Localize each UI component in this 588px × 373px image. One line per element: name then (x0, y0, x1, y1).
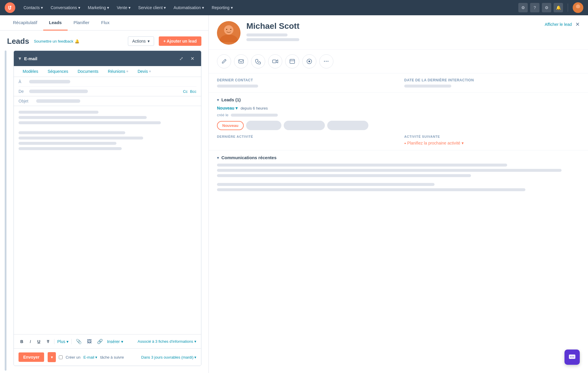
leads-section: ▾ Leads (1) Nouveau ▾ depuis 6 heures cr… (209, 93, 588, 150)
nav-item-contacts[interactable]: Contacts ▾ (20, 3, 46, 12)
tab-flux[interactable]: Flux (95, 15, 115, 31)
subject-value[interactable] (36, 99, 80, 103)
nav-item-reporting[interactable]: Reporting ▾ (208, 3, 236, 12)
email-tab-devis[interactable]: Devis (133, 66, 155, 77)
action-buttons-row: ··· (209, 50, 588, 73)
insert-button[interactable]: Insérer ▾ (107, 339, 123, 344)
svg-point-6 (226, 29, 227, 30)
since-text: depuis 6 heures (240, 106, 268, 110)
created-date-value (231, 114, 278, 117)
created-label: créé le (217, 113, 228, 117)
expand-icon[interactable]: ⤢ (177, 54, 185, 63)
svg-point-15 (572, 357, 573, 357)
dernier-contact-col: Dernier contact (217, 78, 392, 88)
dernier-contact-value (217, 85, 258, 88)
strikethrough-button[interactable]: T (45, 338, 51, 345)
nav-settings-button[interactable]: ⚙ (542, 3, 551, 12)
from-value[interactable] (29, 90, 88, 93)
nav-search-button[interactable]: ⚙ (518, 3, 528, 12)
from-field-row: De Cc Bcc (19, 87, 196, 96)
nav-help-button[interactable]: ? (530, 3, 539, 12)
link-icon[interactable]: 🔗 (96, 337, 104, 345)
collapse-icon[interactable]: ▾ (19, 55, 21, 62)
more-actions-button[interactable]: ··· (319, 54, 333, 68)
nav-item-conversations[interactable]: Conversations ▾ (47, 3, 84, 12)
image-icon[interactable]: 🖼 (86, 338, 93, 345)
status-pill-nouveau[interactable]: Nouveau (217, 121, 244, 130)
email-tab-sequences[interactable]: Séquences (44, 66, 72, 77)
svg-point-3 (576, 4, 580, 9)
status-pill-3[interactable] (284, 121, 325, 130)
svg-point-0 (5, 2, 15, 13)
email-compose-panel: ▾ E-mail ⤢ ✕ Modèles Séquences Documents (14, 51, 201, 366)
comm-line-2 (217, 169, 562, 172)
email-formatting-toolbar: B I U T Plus ▾ 📎 🖼 🔗 Insérer ▾ (14, 334, 201, 348)
nav-item-marketing[interactable]: Marketing ▾ (84, 3, 113, 12)
devis-dot (149, 70, 151, 72)
days-button[interactable]: Dans 3 jours ouvrables (mardi) ▾ (141, 355, 196, 359)
email-button[interactable] (234, 54, 248, 68)
cc-button[interactable]: Cc (183, 89, 188, 94)
email-type-tag[interactable]: E-mail ▾ (83, 355, 97, 359)
status-pill-2[interactable] (246, 121, 281, 130)
svg-point-12 (308, 61, 310, 62)
derniere-interaction-value (404, 85, 451, 88)
send-button[interactable]: Envoyer (19, 352, 44, 362)
task-checkbox-input[interactable] (59, 355, 63, 359)
leads-section-toggle[interactable]: ▾ (217, 98, 219, 102)
nav-notification-button[interactable]: 🔔 (554, 3, 563, 12)
svg-rect-8 (239, 60, 243, 63)
feedback-link[interactable]: Soumettre un feedback 🔔 (34, 39, 79, 43)
comms-toggle[interactable]: ▾ (217, 155, 219, 160)
bold-button[interactable]: B (19, 338, 25, 345)
attachment-icon[interactable]: 📎 (75, 337, 83, 345)
left-indicator (5, 51, 6, 371)
add-lead-button[interactable]: + Ajouter un lead (159, 36, 201, 46)
task-follow-label: tâche à suivre (100, 355, 124, 359)
email-tab-modeles[interactable]: Modèles (19, 66, 42, 77)
task-button[interactable] (302, 54, 316, 68)
svg-point-16 (573, 357, 574, 357)
subject-row: Objet (14, 96, 201, 106)
email-body[interactable] (14, 106, 201, 334)
status-pill-4[interactable] (327, 121, 368, 130)
comms-section-header: ▾ Communications récentes (217, 155, 580, 160)
plus-button[interactable]: Plus ▾ (57, 339, 69, 344)
toolbar-sep-1 (54, 339, 54, 344)
afficher-lead-link[interactable]: Afficher le lead (545, 22, 572, 27)
tab-planifier[interactable]: Planifier (68, 15, 95, 31)
hubspot-logo[interactable] (5, 2, 15, 13)
contact-info: Michael Scott (246, 21, 580, 43)
calendar-button[interactable] (285, 54, 299, 68)
nav-item-vente[interactable]: Vente ▾ (113, 3, 134, 12)
italic-button[interactable]: I (28, 338, 33, 345)
svg-point-1 (10, 6, 11, 7)
nav-item-service-client[interactable]: Service client ▾ (135, 3, 169, 12)
edit-button[interactable] (217, 54, 231, 68)
close-email-icon[interactable]: ✕ (188, 54, 196, 63)
bcc-button[interactable]: Bcc (190, 89, 196, 94)
video-button[interactable] (268, 54, 282, 68)
comm-line-5 (217, 188, 525, 191)
tab-recapitulatif[interactable]: Récapitulatif (7, 15, 43, 31)
phone-button[interactable] (251, 54, 265, 68)
user-avatar[interactable] (573, 2, 583, 13)
activite-suivante-label: ACTIVITÉ SUIVANTE (404, 135, 580, 138)
close-contact-icon[interactable]: ✕ (575, 21, 580, 28)
status-badge-new[interactable]: Nouveau ▾ (217, 106, 238, 110)
to-field-row: À (19, 77, 196, 87)
send-row: Envoyer ▾ Créer un E-mail ▾ tâche à suiv… (14, 348, 201, 366)
chat-fab-button[interactable] (564, 350, 580, 365)
actions-button[interactable]: Actions ▾ (128, 36, 154, 46)
email-tab-documents[interactable]: Documents (74, 66, 103, 77)
send-arrow-button[interactable]: ▾ (48, 352, 56, 362)
nav-item-automatisation[interactable]: Automatisation ▾ (170, 3, 208, 12)
nav-divider (568, 4, 568, 12)
associate-button[interactable]: Associé à 3 fiches d'informations ▾ (138, 339, 196, 344)
planifier-button[interactable]: ● Planifiez la prochaine activité ▾ (404, 141, 580, 145)
tab-leads[interactable]: Leads (43, 15, 68, 31)
to-value[interactable] (29, 80, 70, 83)
underline-button[interactable]: U (36, 338, 42, 345)
email-tab-reunions[interactable]: Réunions (104, 66, 132, 77)
svg-point-5 (224, 25, 233, 35)
